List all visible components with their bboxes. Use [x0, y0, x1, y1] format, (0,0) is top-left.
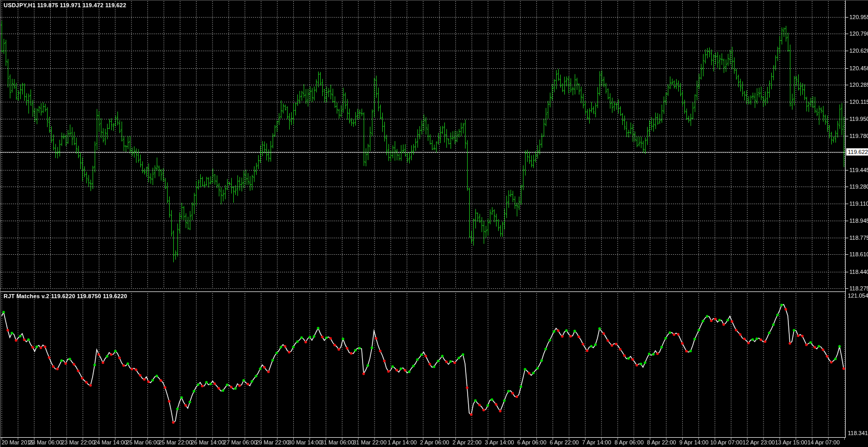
time-tick-label: 13 Apr 15:00	[775, 439, 807, 445]
price-axis[interactable]: 120.955120.790120.620120.450120.285120.1…	[846, 1, 868, 437]
time-tick-label: 6 Apr 22:00	[550, 439, 579, 445]
time-tick-label: 12 Apr 23:00	[743, 439, 775, 445]
indicator-min-label: 118.3417	[848, 430, 868, 436]
price-tick-label: 119.445	[849, 167, 868, 173]
time-tick-label: 14 Apr 07:00	[807, 439, 840, 445]
price-tick-label: 120.955	[849, 14, 868, 20]
price-tick-label: 120.620	[849, 48, 868, 54]
price-tick-label: 118.775	[849, 235, 868, 241]
main-chart-area[interactable]	[1, 1, 845, 291]
price-tick-label: 118.275	[849, 285, 868, 291]
time-tick-label: 8 Apr 06:00	[615, 439, 643, 445]
time-tick-label: 27 Mar 06:00	[223, 439, 257, 445]
price-tick-label: 118.945	[849, 218, 868, 224]
price-tick-label: 119.780	[849, 133, 868, 139]
indicator-max-label: 121.0543	[848, 292, 868, 299]
time-tick-label: 26 Mar 14:00	[191, 439, 225, 445]
time-tick-label: 10 Apr 07:00	[710, 439, 742, 445]
price-tick-label: 120.790	[849, 30, 868, 37]
price-tick-label: 120.285	[849, 82, 868, 88]
price-tick-label: 118.440	[849, 269, 868, 275]
time-tick-label: 31 Mar 06:00	[321, 439, 354, 445]
chart-title: USDJPY,H1 119.875 119.971 119.472 119.62…	[4, 2, 126, 8]
time-tick-label: 8 Apr 22:00	[647, 439, 676, 445]
time-tick-label: 7 Apr 14:00	[582, 439, 611, 445]
time-tick-label: 23 Mar 06:00	[29, 439, 63, 445]
time-tick-label: 3 Apr 14:00	[485, 439, 514, 445]
time-tick-label: 25 Mar 06:00	[126, 439, 160, 445]
time-tick-label: 6 Apr 06:00	[517, 439, 546, 445]
price-tick-label: 118.610	[849, 251, 868, 257]
price-tick-label: 120.450	[849, 65, 868, 71]
indicator-area[interactable]	[1, 293, 845, 437]
time-tick-label: 24 Mar 14:00	[94, 439, 127, 445]
time-tick-label: 1 Apr 14:00	[387, 439, 416, 445]
time-tick-label: 31 Mar 22:00	[353, 439, 386, 445]
time-tick-label: 25 Mar 22:00	[158, 439, 192, 445]
price-tick-label: 119.950	[849, 116, 868, 122]
time-tick-label: 2 Apr 06:00	[420, 439, 449, 445]
time-axis[interactable]: 20 Mar 201523 Mar 06:0023 Mar 22:0024 Ma…	[1, 437, 868, 447]
price-tick-label: 120.115	[849, 99, 868, 105]
time-tick-label: 23 Mar 22:00	[61, 439, 95, 445]
time-tick-label: 2 Apr 22:00	[453, 439, 482, 445]
time-tick-label: 29 Mar 22:00	[256, 439, 289, 445]
price-tick-label: 119.110	[849, 201, 868, 207]
indicator-title: RJT Matches v.2 119.6220 119.8750 119.62…	[4, 293, 127, 299]
time-tick-label: 30 Mar 14:00	[288, 439, 322, 445]
time-tick-label: 9 Apr 14:00	[679, 439, 708, 445]
terminal-chart-window: 120.955120.790120.620120.450120.285120.1…	[0, 0, 868, 447]
price-tick-label: 119.280	[849, 183, 868, 190]
current-price-tag: 119.622	[846, 148, 868, 156]
